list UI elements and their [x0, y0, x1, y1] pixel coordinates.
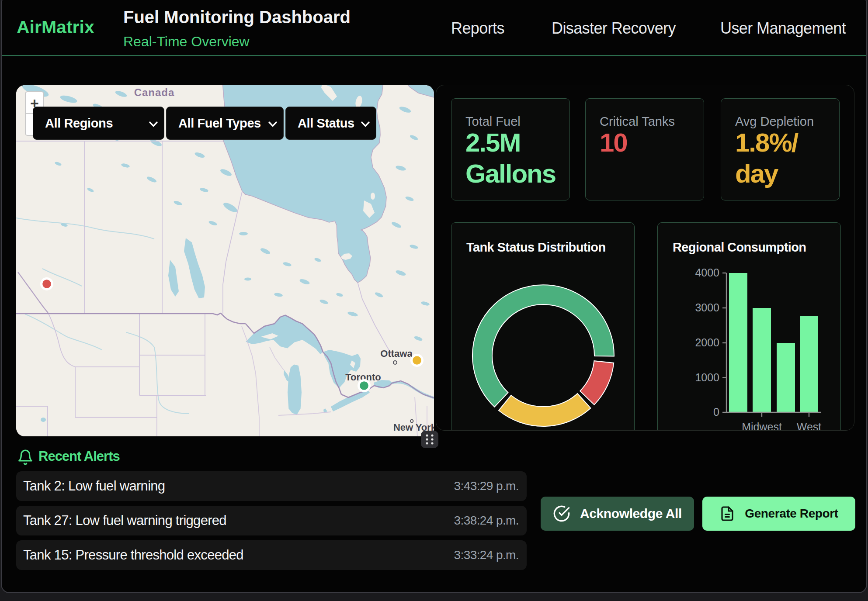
- svg-text:1000: 1000: [695, 371, 719, 383]
- svg-text:3000: 3000: [695, 301, 719, 314]
- svg-text:4000: 4000: [695, 266, 719, 279]
- svg-text:West: West: [797, 421, 822, 431]
- svg-text:2000: 2000: [695, 336, 719, 349]
- svg-text:0: 0: [713, 406, 719, 418]
- svg-text:Ottawa: Ottawa: [380, 348, 413, 359]
- svg-text:Midwest: Midwest: [742, 421, 782, 431]
- svg-text:Canada: Canada: [134, 86, 175, 98]
